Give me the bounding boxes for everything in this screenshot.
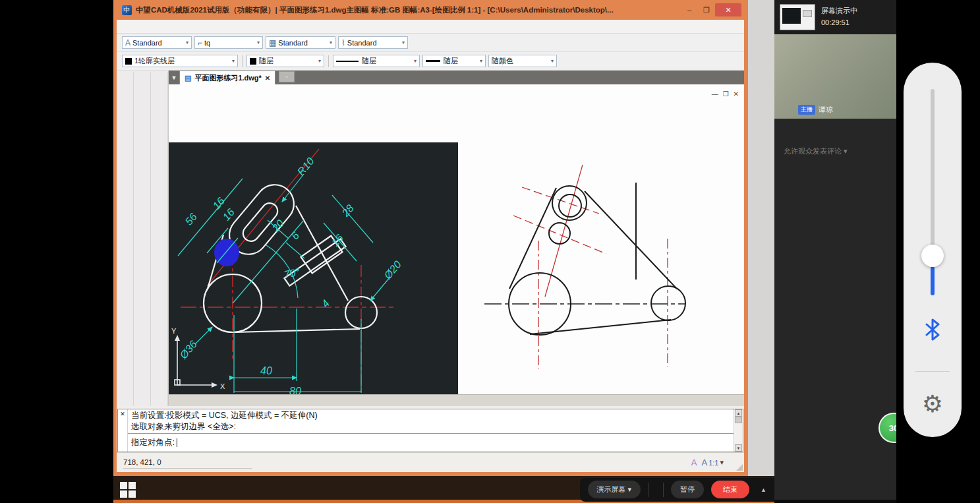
resize-grip[interactable] (736, 464, 743, 471)
desktop-strip (748, 0, 774, 476)
command-close-icon[interactable]: ✕ (120, 411, 125, 417)
annotation-scale-combo[interactable]: A 1:1 ▾ (702, 458, 724, 467)
stream-control-bar: 演示屏幕 ▾ 暂停 结束 ▲ (580, 478, 775, 502)
screen: 中 中望CAD机械版2021试用版（功能有限）| 平面图形练习1.dwg主图幅 … (0, 0, 980, 503)
side-control-column: ⚙ (896, 0, 980, 503)
tab-list-caret[interactable]: ▼ (169, 71, 179, 84)
close-tab-icon[interactable]: ✕ (265, 74, 270, 82)
layer-combo[interactable]: 1轮廓实线层▾ (122, 55, 238, 67)
drawing-file-icon: ▤ (185, 74, 191, 82)
minimize-button[interactable]: – (681, 3, 698, 16)
current-color-swatch (250, 58, 256, 65)
start-button[interactable] (120, 482, 136, 498)
scale-caret-icon: ▾ (720, 458, 724, 467)
scroll-up-icon[interactable]: ▲ (735, 409, 742, 417)
host-badge: 主播 (798, 105, 815, 115)
draw-toolbar (117, 73, 134, 406)
viewer-count-badge[interactable]: 30 (879, 413, 896, 443)
traced-drawing (169, 84, 744, 394)
table-style-combo[interactable]: ▦ Standard▾ (266, 36, 335, 49)
stream-timer: 00:29:51 (821, 17, 857, 29)
taskbar: 演示屏幕 ▾ 暂停 结束 ▲ (113, 476, 774, 503)
text-caret (177, 438, 177, 447)
end-button[interactable]: 结束 (711, 481, 749, 498)
volume-panel: ⚙ (904, 63, 962, 437)
linetype-value: 随层 (362, 56, 376, 66)
text-style-combo[interactable]: A Standard▾ (122, 36, 192, 49)
screen-share-thumbnail[interactable] (780, 4, 815, 30)
volume-slider-track[interactable] (931, 89, 935, 247)
table-style-icon: ▦ (269, 38, 276, 47)
allow-comments-dropdown[interactable]: 允许观众发表评论 ▾ (774, 141, 896, 159)
command-input[interactable]: 指定对角点: (128, 434, 734, 452)
toolbar-standard: A Standard▾ ⌐ tq▾ ▦ Standard▾ ⌇ Standard… (117, 34, 744, 52)
app-icon: 中 (122, 5, 132, 15)
document-tab-label: 平面图形练习1.dwg* (194, 73, 261, 83)
mleader-style-icon: ⌇ (341, 38, 345, 47)
close-button[interactable]: ✕ (715, 3, 741, 16)
command-scrollbar[interactable]: ▲ ▼ (734, 409, 743, 452)
status-bar: 718, 421, 0 A A 1:1 ▾ (117, 452, 744, 472)
volume-slider-fill (931, 266, 935, 295)
lineweight-sample (426, 60, 440, 62)
lineweight-combo[interactable]: 随层▾ (422, 55, 486, 67)
text-style-value: Standard (132, 39, 162, 47)
mleader-style-value: Standard (347, 39, 377, 47)
toolbar-layers: 1轮廓实线层▾ 随层▾ 随层▾ 随层▾ 随颜色▾ (117, 52, 744, 71)
scrollbar-thumb[interactable] (735, 417, 742, 423)
command-line: 当前设置:投影模式 = UCS, 边延伸模式 = 不延伸(N) (131, 410, 730, 421)
stream-header: 屏幕演示中 00:29:51 (774, 0, 896, 34)
live-stream-panel: 屏幕演示中 00:29:51 主播 谭琼 允许观众发表评论 ▾ 30 (774, 0, 896, 503)
child-minimize-icon[interactable]: — (712, 90, 718, 98)
settings-gear-icon[interactable]: ⚙ (904, 391, 962, 417)
linetype-sample (336, 61, 359, 62)
title-bar: 中 中望CAD机械版2021试用版（功能有限）| 平面图形练习1.dwg主图幅 … (117, 0, 744, 20)
maximize-button[interactable]: ❐ (698, 3, 715, 16)
document-tab-bar: ▼ ▤ 平面图形练习1.dwg* ✕ ▫ (169, 71, 744, 84)
host-name: 谭琼 (819, 105, 833, 115)
cad-window: 中 中望CAD机械版2021试用版（功能有限）| 平面图形练习1.dwg主图幅 … (113, 0, 748, 476)
child-restore-icon[interactable]: ❐ (723, 90, 729, 98)
stream-tabs (774, 119, 896, 141)
table-style-value: Standard (278, 39, 308, 47)
new-tab-button[interactable]: ▫ (279, 71, 295, 82)
camera-feed: 主播 谭琼 (774, 34, 896, 119)
layer-value: 1轮廓实线层 (134, 56, 175, 66)
panel-divider (915, 371, 950, 372)
dimension-toolbar (134, 73, 151, 406)
comment-list (774, 159, 896, 165)
stream-status-label: 屏幕演示中 (821, 5, 857, 17)
document-tab[interactable]: ▤ 平面图形练习1.dwg* ✕ (179, 71, 275, 84)
command-history: 当前设置:投影模式 = UCS, 边延伸模式 = 不延伸(N) 选取对象来剪切边… (128, 409, 734, 434)
command-line: 选取对象来剪切边界 <全选>: (131, 421, 730, 432)
color-combo[interactable]: 随层▾ (246, 55, 324, 67)
scale-value: 1:1 (708, 459, 718, 467)
plot-style-combo[interactable]: 随颜色▾ (488, 55, 557, 67)
layer-color-swatch (125, 58, 132, 65)
scroll-down-icon[interactable]: ▼ (735, 444, 742, 452)
pause-button[interactable]: 暂停 (671, 481, 704, 498)
scale-icon: A (702, 458, 708, 467)
command-window[interactable]: ✕ 当前设置:投影模式 = UCS, 边延伸模式 = 不延伸(N) 选取对象来剪… (117, 409, 743, 452)
tool-palette (117, 71, 168, 406)
linetype-combo[interactable]: 随层▾ (333, 55, 420, 67)
collapse-arrow-icon[interactable]: ▲ (761, 487, 766, 493)
dim-style-combo[interactable]: ⌐ tq▾ (194, 36, 263, 49)
dim-style-value: tq (204, 39, 210, 47)
layout-tab-bar (169, 394, 744, 406)
color-value: 随层 (259, 56, 274, 66)
mleader-style-combo[interactable]: ⌇ Standard▾ (338, 36, 408, 49)
bluetooth-icon[interactable] (924, 318, 941, 341)
lineweight-value: 随层 (444, 56, 458, 66)
annotation-visibility-icon[interactable]: A (691, 458, 697, 467)
plot-style-value: 随颜色 (492, 56, 513, 66)
drawing-canvas[interactable]: — ❐ ✕ (169, 84, 744, 394)
present-screen-button[interactable]: 演示屏幕 ▾ (588, 481, 641, 498)
menu-bar (117, 20, 744, 34)
dim-style-icon: ⌐ (198, 38, 202, 47)
volume-slider-knob[interactable] (921, 245, 944, 267)
modify-toolbar (151, 73, 168, 406)
comments-panel: 允许观众发表评论 ▾ 30 (774, 119, 896, 500)
coordinate-readout: 718, 421, 0 (123, 456, 252, 469)
child-close-icon[interactable]: ✕ (734, 90, 739, 98)
